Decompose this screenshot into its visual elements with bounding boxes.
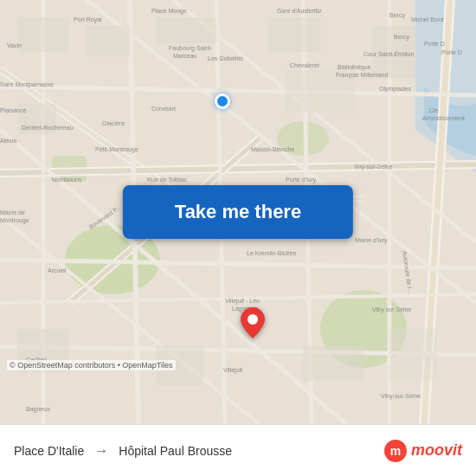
svg-text:Vitry sur Seine: Vitry sur Seine (372, 306, 411, 313)
svg-text:Gare d'Austerlitz: Gare d'Austerlitz (277, 8, 322, 14)
svg-text:Bercy: Bercy (394, 34, 409, 41)
svg-text:Ivry-sur-Seine: Ivry-sur-Seine (355, 164, 393, 170)
svg-text:Porte D: Porte D (441, 49, 462, 55)
svg-text:Denfert-Rochereau: Denfert-Rochereau (22, 125, 74, 131)
svg-text:Corvisart: Corvisart (151, 106, 176, 112)
svg-text:Montsouris: Montsouris (52, 177, 82, 183)
svg-text:Alésia: Alésia (0, 138, 16, 144)
svg-text:12e: 12e (428, 107, 439, 113)
svg-text:Bagneux: Bagneux (26, 406, 50, 413)
svg-text:Port Royal: Port Royal (74, 16, 102, 23)
svg-text:Marceau: Marceau (173, 53, 196, 59)
svg-text:Vavin: Vavin (7, 42, 22, 48)
svg-rect-15 (389, 329, 437, 381)
svg-text:Les Gobelins: Les Gobelins (208, 55, 243, 61)
svg-text:Gare Montparnasse: Gare Montparnasse (0, 81, 54, 88)
svg-text:Cour Saint-Émilion: Cour Saint-Émilion (363, 50, 414, 57)
svg-text:Arcueil: Arcueil (48, 267, 67, 273)
take-me-there-button[interactable]: Take me there (123, 185, 353, 239)
svg-text:Maison-Blanche: Maison-Blanche (251, 146, 294, 152)
bottom-bar: Place D'Italie → Hôpital Paul Brousse m … (0, 424, 476, 476)
map-copyright: © OpenStreetMap contributors • OpenMapTi… (7, 360, 176, 370)
svg-text:Glacière: Glacière (102, 120, 125, 126)
origin-marker (215, 93, 230, 109)
svg-point-63 (248, 314, 258, 325)
svg-rect-6 (87, 26, 130, 56)
svg-text:Le Kremlin-Bicêtre: Le Kremlin-Bicêtre (247, 250, 297, 256)
svg-rect-7 (156, 17, 216, 43)
svg-text:Petit-Montrouge: Petit-Montrouge (95, 146, 138, 153)
to-station-label: Hôpital Paul Brousse (119, 444, 232, 458)
svg-text:Plaisance: Plaisance (0, 107, 26, 113)
svg-text:Michel Bizot: Michel Bizot (411, 16, 444, 23)
svg-text:Rue de Tolbiac: Rue de Tolbiac (147, 177, 188, 183)
destination-marker (241, 307, 265, 342)
svg-text:Bercy: Bercy (389, 12, 405, 19)
svg-text:Villejuif - Léo: Villejuif - Léo (225, 298, 260, 305)
moovit-brand-text: moovit (411, 441, 462, 460)
direction-arrow-icon: → (94, 443, 108, 459)
svg-text:Vitry-sur-Seine: Vitry-sur-Seine (381, 393, 421, 400)
svg-text:m: m (390, 444, 401, 458)
svg-text:Mairie de: Mairie de (0, 209, 25, 215)
svg-text:Arrondissement: Arrondissement (422, 115, 465, 121)
svg-text:Chevaleret: Chevaleret (290, 62, 319, 68)
svg-text:Faubourg Saint-: Faubourg Saint- (169, 45, 213, 52)
moovit-logo: m moovit (383, 439, 462, 463)
svg-text:Mairie d'Ivry: Mairie d'Ivry (355, 237, 388, 244)
from-station-label: Place D'Italie (14, 444, 84, 458)
svg-rect-5 (17, 17, 69, 52)
svg-text:Place Monge: Place Monge (151, 8, 187, 15)
map-container: Vavin Port Royal Place Monge Gare d'Aust… (0, 0, 476, 424)
svg-text:Bibliothèque: Bibliothèque (338, 64, 371, 71)
svg-text:Olympiades: Olympiades (379, 86, 411, 93)
svg-text:Villejuif: Villejuif (223, 367, 242, 374)
svg-rect-8 (268, 17, 320, 52)
svg-rect-14 (303, 346, 363, 381)
svg-text:Montrouge: Montrouge (0, 217, 29, 224)
svg-text:Porte d'Ivry: Porte d'Ivry (286, 177, 317, 183)
take-me-there-overlay: Take me there (123, 185, 353, 239)
svg-text:François Mitterrand: François Mitterrand (336, 72, 388, 79)
svg-text:Porte D: Porte D (424, 41, 445, 47)
